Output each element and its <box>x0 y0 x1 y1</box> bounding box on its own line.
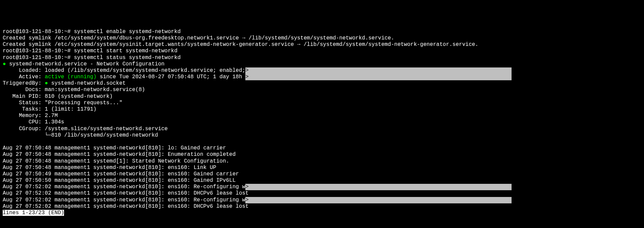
mainpid-line: Main PID: 810 (systemd-network) <box>3 93 641 100</box>
log-line: Aug 27 07:52:02 management1 systemd-netw… <box>3 184 641 190</box>
active-status: active (running) <box>45 74 97 80</box>
service-header: ● systemd-networkd.service - Network Con… <box>3 61 641 67</box>
truncation-indicator: > <box>245 197 512 203</box>
truncation-indicator: > <box>245 184 512 190</box>
status-dot-icon: ● <box>3 61 6 67</box>
status-dot-icon: ● <box>45 80 48 86</box>
output-line: Created symlink /etc/systemd/system/dbus… <box>3 35 641 41</box>
blank-line <box>3 139 641 145</box>
log-line: Aug 27 07:50:48 management1 systemd-netw… <box>3 165 641 171</box>
pager-status[interactable]: lines 1-23/23 (END) <box>3 210 641 216</box>
docs-line: Docs: man:systemd-networkd.service(8) <box>3 87 641 93</box>
prompt: root@103-121-88-10:~# <box>3 29 74 35</box>
log-line: Aug 27 07:50:50 management1 systemd-netw… <box>3 177 641 184</box>
log-line: Aug 27 07:50:48 management1 systemd[1]: … <box>3 158 641 165</box>
service-title: systemd-networkd.service - Network Confi… <box>6 61 164 67</box>
cgroup-line: CGroup: /system.slice/systemd-networkd.s… <box>3 126 641 132</box>
cmd-line-1: root@103-121-88-10:~# systemctl enable s… <box>3 29 641 35</box>
command: systemctl status systemd-networkd <box>74 55 181 61</box>
status-line: Status: "Processing requests..." <box>3 100 641 106</box>
cpu-line: CPU: 1.304s <box>3 119 641 125</box>
terminal-output[interactable]: root@103-121-88-10:~# systemctl enable s… <box>3 29 641 216</box>
prompt: root@103-121-88-10:~# <box>3 48 74 54</box>
log-line: Aug 27 07:50:49 management1 systemd-netw… <box>3 171 641 177</box>
cmd-line-2: root@103-121-88-10:~# systemctl start sy… <box>3 48 641 54</box>
log-line: Aug 27 07:50:48 management1 systemd-netw… <box>3 151 641 158</box>
cgroup-tree-line: └─810 /lib/systemd/systemd-networkd <box>3 132 641 139</box>
prompt: root@103-121-88-10:~# <box>3 55 74 61</box>
pager-status-text: lines 1-23/23 (END) <box>3 210 64 216</box>
command: systemctl enable systemd-networkd <box>74 29 181 35</box>
log-line: Aug 27 07:52:02 management1 systemd-netw… <box>3 197 641 203</box>
truncation-indicator: > <box>245 67 512 74</box>
cmd-line-3: root@103-121-88-10:~# systemctl status s… <box>3 55 641 61</box>
tasks-line: Tasks: 1 (limit: 11791) <box>3 106 641 113</box>
truncation-indicator: > <box>245 74 512 80</box>
active-line: Active: active (running) since Tue 2024-… <box>3 74 641 80</box>
log-line: Aug 27 07:50:48 management1 systemd-netw… <box>3 145 641 151</box>
loaded-line: Loaded: loaded (/lib/systemd/system/syst… <box>3 67 641 74</box>
log-line: Aug 27 07:52:02 management1 systemd-netw… <box>3 203 641 210</box>
output-line: Created symlink /etc/systemd/system/sysi… <box>3 41 641 48</box>
triggeredby-line: TriggeredBy: ● systemd-networkd.socket <box>3 80 641 87</box>
command: systemctl start systemd-networkd <box>74 48 177 54</box>
log-line: Aug 27 07:52:02 management1 systemd-netw… <box>3 190 641 197</box>
memory-line: Memory: 2.7M <box>3 113 641 119</box>
